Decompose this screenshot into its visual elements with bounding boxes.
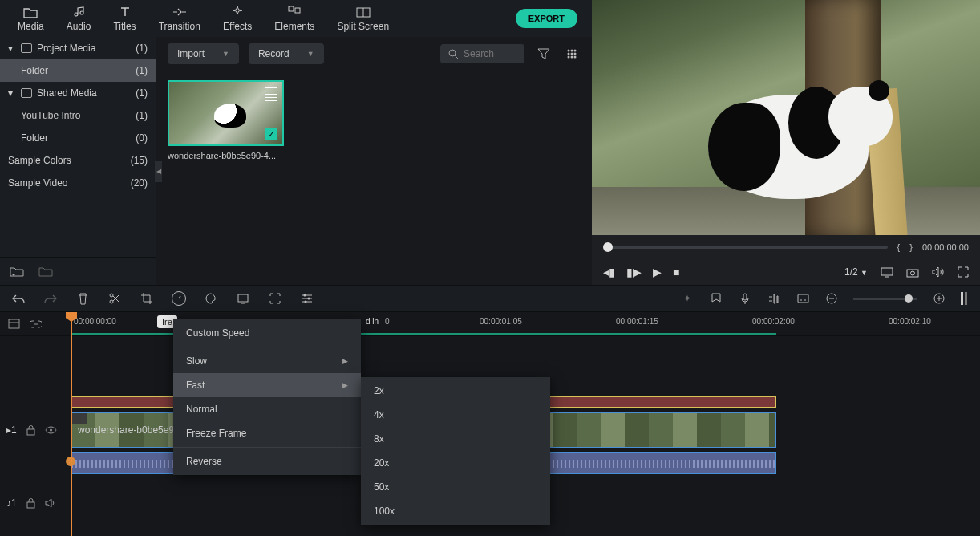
display-icon[interactable] xyxy=(881,267,893,278)
count: (15) xyxy=(131,155,148,166)
preview-viewport[interactable] xyxy=(592,0,980,235)
import-dropdown[interactable]: Import▼ xyxy=(168,43,239,64)
grid-view-icon[interactable] xyxy=(563,45,581,63)
text-icon xyxy=(118,5,132,19)
sidebar-item-youtube-intro[interactable]: YouTube Intro(1) xyxy=(0,104,156,127)
split-icon[interactable] xyxy=(107,291,122,306)
lock-icon[interactable] xyxy=(26,425,35,436)
collapse-sidebar-button[interactable]: ◀ xyxy=(155,161,162,182)
svg-point-8 xyxy=(571,53,573,55)
play-pause-icon[interactable]: ▮▶ xyxy=(626,266,642,278)
marker-icon[interactable] xyxy=(709,291,723,306)
menu-fast-8x[interactable]: 8x xyxy=(361,427,550,451)
menu-normal[interactable]: Normal xyxy=(173,397,361,421)
crop-icon[interactable] xyxy=(140,291,154,306)
mark-in-icon[interactable]: { xyxy=(897,242,901,252)
menu-reverse[interactable]: Reverse xyxy=(173,449,361,473)
tab-elements[interactable]: Elements xyxy=(263,2,326,35)
tab-label: Elements xyxy=(274,21,314,32)
sidebar-item-folder[interactable]: Folder(1) xyxy=(0,59,156,82)
clip-filename: wondershare-b0be5e90-4... xyxy=(168,151,284,160)
track-manager-icon[interactable] xyxy=(8,319,20,329)
fast-submenu: 2x 4x 8x 20x 50x 100x xyxy=(361,377,550,525)
media-clip[interactable]: ✓ wondershare-b0be5e90-4... xyxy=(168,80,284,160)
export-button[interactable]: EXPORT xyxy=(516,9,577,28)
menu-fast-2x[interactable]: 2x xyxy=(361,379,550,403)
menu-fast-20x[interactable]: 20x xyxy=(361,451,550,475)
tab-transition[interactable]: Transition xyxy=(148,2,212,35)
menu-fast-50x[interactable]: 50x xyxy=(361,475,550,499)
chevron-down-icon: ▼ xyxy=(222,50,229,58)
menu-fast-4x[interactable]: 4x xyxy=(361,403,550,427)
caption-icon[interactable] xyxy=(796,291,810,306)
chevron-down-icon: ▾ xyxy=(8,43,16,54)
mark-out-icon[interactable]: } xyxy=(909,242,913,252)
search-input[interactable] xyxy=(440,44,524,63)
tab-audio[interactable]: Audio xyxy=(55,2,103,35)
menu-freeze-frame[interactable]: Freeze Frame xyxy=(173,421,361,445)
tab-label: Audio xyxy=(67,21,91,32)
step-back-icon[interactable]: ◂▮ xyxy=(603,266,615,278)
new-folder-icon[interactable] xyxy=(10,266,24,277)
sparkle-icon xyxy=(230,5,245,19)
menu-custom-speed[interactable]: Custom Speed xyxy=(173,321,361,345)
svg-point-10 xyxy=(568,56,570,59)
zoom-out-icon[interactable] xyxy=(824,291,839,306)
svg-rect-27 xyxy=(27,429,34,435)
sidebar-item-project-media[interactable]: ▾Project Media(1) xyxy=(0,37,156,59)
eye-icon[interactable] xyxy=(45,426,57,434)
crop-zoom-icon[interactable] xyxy=(268,291,282,306)
undo-icon[interactable] xyxy=(11,291,26,306)
color-icon[interactable] xyxy=(204,291,218,306)
menu-fast[interactable]: Fast▶ xyxy=(173,373,361,397)
zoom-in-icon[interactable] xyxy=(932,291,946,306)
link-icon[interactable] xyxy=(30,320,42,328)
zoom-slider[interactable] xyxy=(853,298,917,300)
sidebar-item-sample-video[interactable]: Sample Video(20) xyxy=(0,172,156,194)
svg-rect-1 xyxy=(295,8,300,13)
svg-rect-18 xyxy=(238,294,248,302)
sidebar-item-sample-colors[interactable]: Sample Colors(15) xyxy=(0,149,156,172)
playhead[interactable] xyxy=(71,312,72,536)
sidebar-item-folder2[interactable]: Folder(0) xyxy=(0,127,156,149)
speed-icon[interactable] xyxy=(172,291,186,306)
tab-label: Transition xyxy=(159,21,200,32)
green-screen-icon[interactable] xyxy=(236,291,250,306)
mixer-icon[interactable] xyxy=(767,291,781,306)
filter-icon[interactable] xyxy=(534,45,553,63)
tab-split-screen[interactable]: Split Screen xyxy=(326,2,400,35)
menu-fast-100x[interactable]: 100x xyxy=(361,499,550,523)
svg-point-17 xyxy=(110,300,113,303)
count: (0) xyxy=(136,132,148,144)
meter-icon[interactable] xyxy=(961,292,969,305)
volume-icon[interactable] xyxy=(932,266,945,278)
menu-slow[interactable]: Slow▶ xyxy=(173,349,361,373)
open-folder-icon[interactable] xyxy=(38,266,53,277)
count: (1) xyxy=(136,43,148,54)
zoom-ratio[interactable]: 1/2 ▼ xyxy=(844,266,868,278)
preview-scrubber[interactable] xyxy=(603,246,888,249)
redo-icon[interactable] xyxy=(43,291,58,306)
tab-titles[interactable]: Titles xyxy=(102,2,147,35)
record-dropdown[interactable]: Record▼ xyxy=(249,43,324,64)
mute-icon[interactable] xyxy=(45,498,55,508)
tab-label: Titles xyxy=(113,21,136,32)
top-tabs: Media Audio Titles Transition Effects El… xyxy=(0,0,592,37)
clip-thumbnail[interactable]: ✓ xyxy=(168,80,284,146)
tab-media[interactable]: Media xyxy=(6,2,55,35)
voice-icon[interactable] xyxy=(738,291,752,306)
snapshot-icon[interactable] xyxy=(906,267,919,278)
lock-icon[interactable] xyxy=(26,498,35,509)
chevron-down-icon: ▾ xyxy=(8,87,16,99)
stop-icon[interactable]: ■ xyxy=(673,266,679,278)
adjust-icon[interactable] xyxy=(300,291,314,306)
play-icon[interactable]: ▶ xyxy=(653,266,662,278)
render-icon[interactable]: ✦ xyxy=(680,291,695,306)
delete-icon[interactable] xyxy=(75,291,90,306)
svg-rect-23 xyxy=(798,294,808,303)
speed-menu: Custom Speed Slow▶ Fast▶ Normal Freeze F… xyxy=(173,319,361,475)
sidebar-item-shared-media[interactable]: ▾Shared Media(1) xyxy=(0,82,156,104)
tab-effects[interactable]: Effects xyxy=(212,2,263,35)
folder-icon xyxy=(23,5,38,19)
fullscreen-icon[interactable] xyxy=(958,266,969,278)
